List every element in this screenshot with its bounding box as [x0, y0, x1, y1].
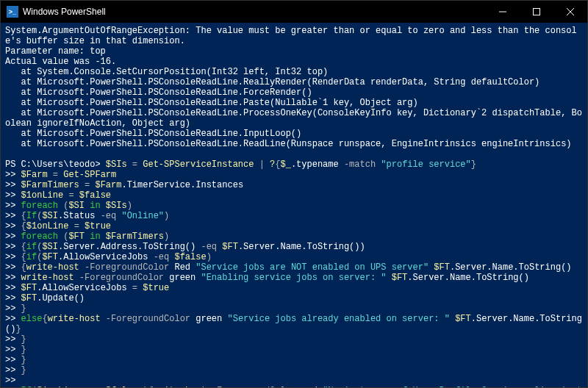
input-line: >> }	[5, 303, 583, 314]
error-line: at Microsoft.PowerShell.PSConsoleReadLin…	[5, 87, 583, 98]
input-line: >> {write-host -ForegroundColor Red "Ser…	[5, 262, 583, 273]
input-line: >> $FT.AllowServiceJobs = $true	[5, 283, 583, 293]
maximize-button[interactable]	[520, 1, 553, 23]
input-line: >> foreach ($FT in $FarmTimers)	[5, 231, 583, 242]
input-line: >> else{write-host -ForegroundColor gree…	[5, 314, 583, 334]
input-line: >>	[5, 376, 583, 386]
error-line: Actual value was -16.	[5, 57, 583, 67]
error-line: at Microsoft.PowerShell.PSConsoleReadLin…	[5, 108, 583, 129]
error-line: System.ArgumentOutOfRangeException: The …	[5, 26, 583, 46]
input-line: PS C:\Users\teodo> $SIs = Get-SPServiceI…	[5, 159, 583, 170]
input-line: >> $1onLine = $false	[5, 190, 583, 201]
input-line: >> If($1onLine -eq $false ){write-host -…	[5, 386, 583, 387]
terminal-output[interactable]: System.ArgumentOutOfRangeException: The …	[1, 23, 587, 387]
powershell-icon: >_	[7, 6, 18, 18]
input-line: >> write-host -ForegroundColor green "En…	[5, 273, 583, 283]
blank-line	[5, 149, 583, 159]
input-line: >> {if($SI.Server.Address.ToString() -eq…	[5, 242, 583, 252]
input-line: >> }	[5, 334, 583, 345]
error-line: at System.Console.SetCursorPosition(Int3…	[5, 67, 583, 77]
svg-rect-1	[534, 9, 540, 15]
error-line: at Microsoft.PowerShell.PSConsoleReadLin…	[5, 139, 583, 149]
input-line: >> foreach ($SI in $SIs)	[5, 201, 583, 211]
input-line: >> $FarmTimers = $Farm.TimerService.Inst…	[5, 180, 583, 190]
error-line: at Microsoft.PowerShell.PSConsoleReadLin…	[5, 77, 583, 87]
input-line: >> }	[5, 355, 583, 365]
powershell-window: >_ Windows PowerShell System.ArgumentOut…	[0, 0, 588, 388]
error-line: at Microsoft.PowerShell.PSConsoleReadLin…	[5, 129, 583, 139]
minimize-button[interactable]	[486, 1, 520, 23]
error-line: Parameter name: top	[5, 46, 583, 57]
error-line: at Microsoft.PowerShell.PSConsoleReadLin…	[5, 98, 583, 108]
input-line: >> }	[5, 345, 583, 355]
input-line: >> $Farm = Get-SPFarm	[5, 170, 583, 180]
input-line: >> {$1onLine = $true	[5, 221, 583, 231]
input-line: >> {if($FT.AllowServiceJobs -eq $false)	[5, 252, 583, 262]
input-line: >> {If($SI.Status -eq "Online")	[5, 211, 583, 221]
window-title: Windows PowerShell	[23, 7, 106, 17]
titlebar[interactable]: >_ Windows PowerShell	[1, 1, 587, 23]
close-button[interactable]	[553, 1, 587, 23]
input-line: >> $FT.Update()	[5, 293, 583, 303]
input-line: >> }	[5, 365, 583, 376]
